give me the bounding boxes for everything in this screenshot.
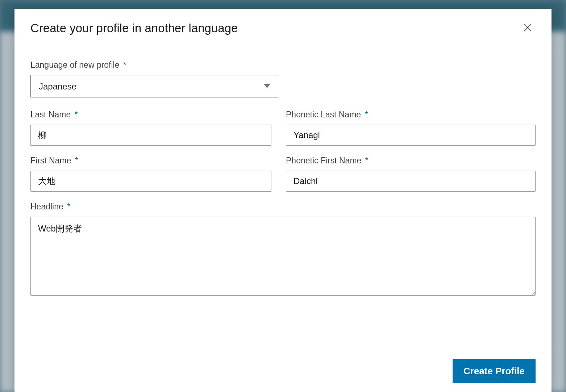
close-icon (523, 22, 533, 34)
phonetic-first-name-input[interactable] (286, 171, 536, 192)
first-name-label-text: First Name (30, 156, 71, 165)
phonetic-last-name-input[interactable] (286, 125, 536, 146)
phonetic-last-name-label-text: Phonetic Last Name (286, 110, 361, 119)
language-label: Language of new profile * (30, 60, 536, 70)
headline-textarea[interactable] (30, 217, 536, 296)
modal-footer: Create Profile (14, 350, 552, 392)
phonetic-first-name-label: Phonetic First Name * (286, 156, 536, 166)
headline-label: Headline * (30, 202, 536, 212)
language-select[interactable]: Japanese (30, 75, 278, 97)
modal-body: Language of new profile * Japanese Last … (14, 47, 552, 350)
language-label-text: Language of new profile (30, 60, 120, 70)
modal-header: Create your profile in another language (14, 9, 552, 47)
last-name-label: Last Name * (30, 110, 271, 120)
phonetic-first-name-col: Phonetic First Name * (286, 156, 536, 192)
last-name-input[interactable] (30, 125, 271, 146)
language-select-wrap: Japanese (30, 75, 278, 97)
first-name-label: First Name * (30, 156, 271, 166)
create-profile-button[interactable]: Create Profile (453, 359, 536, 383)
required-star: * (365, 156, 369, 165)
headline-label-text: Headline (30, 202, 63, 211)
last-name-col: Last Name * (30, 110, 271, 146)
required-star: * (67, 202, 70, 211)
first-name-row: First Name * Phonetic First Name * (30, 156, 536, 192)
last-name-label-text: Last Name (30, 110, 71, 119)
required-star: * (75, 110, 78, 119)
create-profile-modal: Create your profile in another language … (14, 9, 552, 392)
required-star: * (75, 156, 78, 165)
phonetic-last-name-label: Phonetic Last Name * (286, 110, 536, 120)
headline-group: Headline * (30, 202, 536, 297)
phonetic-first-name-label-text: Phonetic First Name (286, 156, 361, 165)
required-star: * (123, 60, 126, 70)
first-name-input[interactable] (30, 171, 271, 192)
last-name-row: Last Name * Phonetic Last Name * (30, 110, 536, 146)
phonetic-last-name-col: Phonetic Last Name * (286, 110, 536, 146)
required-star: * (365, 110, 368, 119)
first-name-col: First Name * (30, 156, 271, 192)
modal-title: Create your profile in another language (30, 21, 238, 35)
close-button[interactable] (520, 20, 536, 37)
